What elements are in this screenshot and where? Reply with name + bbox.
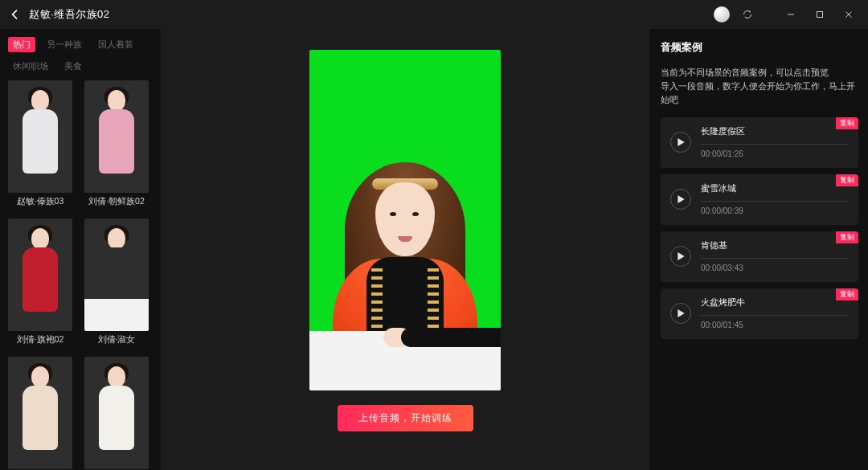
tab-item[interactable]: 国人着装 [93,37,138,52]
audio-title: 肯德基 [701,239,849,251]
character-tabs: 热门另一种族国人着装休闲职场美食 [8,37,154,74]
audio-panel: 音频案例 当前为不同场景的音频案例，可以点击预览 导入一段音频，数字人便会开始为… [649,29,868,470]
character-card[interactable]: 刘倩·旗袍02 [8,219,72,345]
tab-item[interactable]: 热门 [8,37,35,52]
play-button[interactable] [670,303,691,324]
svg-marker-7 [678,309,684,317]
window-minimize-icon[interactable] [780,6,802,23]
character-card[interactable] [84,357,149,470]
audio-duration: 00:00/01:45 [701,321,849,329]
character-card[interactable]: 刘倩·朝鲜族02 [84,80,149,207]
tab-item[interactable]: 休闲职场 [8,59,53,74]
refresh-button[interactable] [736,6,759,23]
play-button[interactable] [670,132,691,153]
audio-list: 长隆度假区00:00/01:26复制蜜雪冰城00:00/00:39复制肯德基00… [661,117,858,339]
character-name: 刘倩·旗袍02 [8,334,72,345]
window-close-icon[interactable] [837,6,860,23]
audio-title: 长隆度假区 [701,125,849,137]
audio-card: 肯德基00:00/03:43复制 [661,231,858,282]
play-button[interactable] [670,189,691,210]
character-name: 刘倩·朝鲜族02 [84,196,149,207]
character-card[interactable]: 刘倩·淑女 [84,219,149,345]
character-name: 赵敏·傣族03 [8,196,72,207]
character-card[interactable] [8,357,72,470]
tab-item[interactable]: 美食 [59,59,87,74]
upload-audio-button[interactable]: 上传音频，开始训练 [338,405,473,431]
svg-marker-5 [678,195,684,203]
titlebar: 赵敏·维吾尔族02 [0,0,868,29]
copy-badge[interactable]: 复制 [836,231,858,243]
audio-title: 蜜雪冰城 [701,182,849,194]
audio-duration: 00:00/00:39 [701,206,849,215]
character-panel: 热门另一种族国人着装休闲职场美食 赵敏·傣族03刘倩·朝鲜族02刘倩·旗袍02刘… [0,29,161,470]
svg-rect-1 [817,12,823,18]
character-list: 赵敏·傣族03刘倩·朝鲜族02刘倩·旗袍02刘倩·淑女 [8,80,154,470]
preview-canvas[interactable] [309,50,501,390]
audio-panel-heading: 音频案例 [661,40,858,55]
copy-badge[interactable]: 复制 [836,288,858,300]
tab-item[interactable]: 另一种族 [42,37,87,52]
copy-badge[interactable]: 复制 [836,174,858,186]
audio-duration: 00:00/01:26 [701,149,849,158]
character-card[interactable]: 赵敏·傣族03 [8,80,72,207]
audio-panel-description: 当前为不同场景的音频案例，可以点击预览 导入一段音频，数字人便会开始为你工作，马… [661,66,858,106]
back-button[interactable] [8,7,23,22]
avatar[interactable] [714,6,730,22]
play-button[interactable] [670,246,691,267]
audio-card: 蜜雪冰城00:00/00:39复制 [661,174,858,225]
svg-marker-6 [678,252,684,260]
audio-duration: 00:00/03:43 [701,264,849,272]
audio-card: 长隆度假区00:00/01:26复制 [661,117,858,168]
canvas-area: 上传音频，开始训练 [161,29,649,470]
audio-card: 火盆烤肥牛00:00/01:45复制 [661,288,858,339]
audio-title: 火盆烤肥牛 [701,296,849,309]
page-title: 赵敏·维吾尔族02 [29,7,110,22]
copy-badge[interactable]: 复制 [836,117,858,129]
character-name: 刘倩·淑女 [84,334,149,345]
window-maximize-icon[interactable] [809,6,831,23]
svg-marker-4 [678,138,684,146]
